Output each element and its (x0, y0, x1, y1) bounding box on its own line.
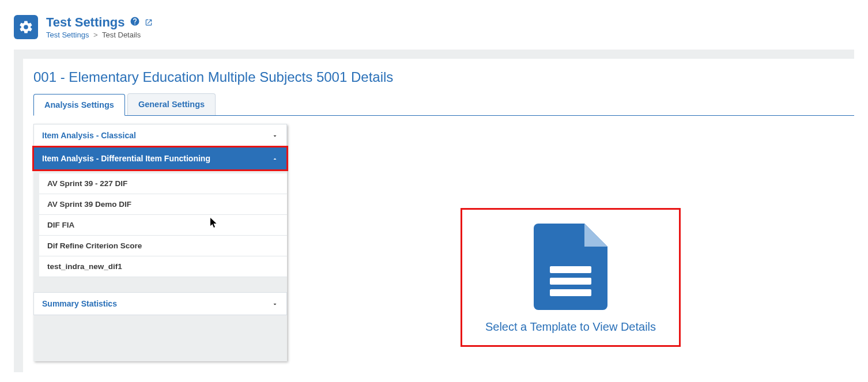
template-prompt-card: Select a Template to View Details (461, 208, 681, 347)
list-item[interactable]: test_indra_new_dif1 (39, 256, 287, 277)
breadcrumb-link[interactable]: Test Settings (46, 31, 89, 39)
page-title: Test Settings (46, 15, 153, 30)
breadcrumb-sep: > (93, 31, 98, 39)
list-item[interactable]: AV Sprint 39 - 227 DIF (39, 173, 287, 194)
accordion-header-summary[interactable]: Summary Statistics (33, 292, 287, 315)
breadcrumb-current: Test Details (102, 31, 141, 39)
detail-title: 001 - Elementary Education Multiple Subj… (33, 69, 854, 85)
accordion-label: Item Analysis - Classical (42, 131, 136, 140)
inner-panel: 001 - Elementary Education Multiple Subj… (23, 59, 854, 372)
external-link-icon[interactable] (145, 15, 153, 30)
tab-analysis-settings[interactable]: Analysis Settings (33, 94, 125, 116)
right-pane: Select a Template to View Details (310, 124, 854, 361)
accordion-label: Summary Statistics (42, 299, 117, 308)
help-icon[interactable] (130, 15, 140, 30)
document-icon (534, 224, 607, 310)
chevron-down-icon (271, 300, 278, 307)
page-title-text: Test Settings (46, 15, 125, 30)
accordion-header-classical[interactable]: Item Analysis - Classical (33, 124, 287, 147)
list-item[interactable]: DIF FIA (39, 215, 287, 236)
accordion-header-dif[interactable]: Item Analysis - Differential Item Functi… (33, 147, 287, 170)
list-item[interactable]: AV Sprint 39 Demo DIF (39, 194, 287, 215)
gear-icon (14, 15, 38, 39)
template-prompt-text: Select a Template to View Details (485, 320, 656, 334)
svg-rect-0 (550, 266, 591, 273)
svg-rect-2 (550, 289, 591, 296)
accordion: Item Analysis - Classical Item Analysis … (33, 124, 287, 361)
breadcrumb: Test Settings > Test Details (46, 31, 153, 39)
list-item[interactable]: Dif Refine Criterion Score (39, 236, 287, 256)
outer-panel: 001 - Elementary Education Multiple Subj… (14, 50, 854, 372)
accordion-body-dif: AV Sprint 39 - 227 DIF AV Sprint 39 Demo… (39, 173, 287, 277)
page-header: Test Settings Test Settings > Test Detai… (0, 0, 868, 43)
accordion-label: Item Analysis - Differential Item Functi… (42, 154, 210, 163)
chevron-up-icon (271, 155, 278, 162)
tab-general-settings[interactable]: General Settings (127, 93, 216, 115)
spacer (33, 281, 287, 292)
svg-rect-1 (550, 278, 591, 285)
content-row: Item Analysis - Classical Item Analysis … (33, 124, 854, 361)
chevron-down-icon (271, 132, 278, 139)
tabs: Analysis Settings General Settings (33, 93, 854, 116)
